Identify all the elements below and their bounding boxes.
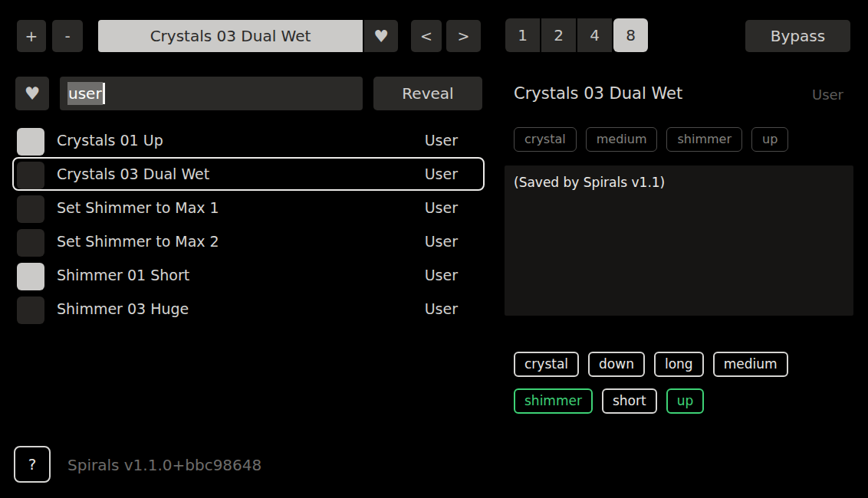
remove-preset-button[interactable]: -: [52, 20, 83, 52]
tag-filter-long[interactable]: long: [654, 352, 704, 377]
heart-icon: ♥: [373, 27, 389, 46]
preset-name: Shimmer 03 Huge: [57, 300, 189, 317]
tag-filter-up[interactable]: up: [666, 388, 705, 414]
detail-tag-list: crystal medium shimmer up: [514, 127, 788, 152]
preset-source: User: [425, 132, 458, 149]
preset-list: Crystals 01 Up User Crystals 03 Dual Wet…: [12, 123, 485, 326]
detail-tag[interactable]: up: [751, 127, 788, 152]
favorite-preset-button[interactable]: ♥: [364, 20, 398, 52]
list-item-selected[interactable]: Crystals 03 Dual Wet User: [12, 157, 485, 191]
search-input-selected-text: user: [67, 82, 103, 105]
tag-cloud: crystal down long medium shimmer short u…: [514, 352, 851, 414]
detail-tag[interactable]: shimmer: [666, 127, 742, 152]
tag-filter-shimmer[interactable]: shimmer: [514, 388, 593, 414]
list-item[interactable]: Shimmer 01 Short User: [12, 258, 485, 292]
grid-size-2-button[interactable]: 2: [541, 18, 576, 52]
current-preset-display[interactable]: Crystals 03 Dual Wet: [98, 20, 363, 52]
favorite-toggle[interactable]: [17, 162, 44, 189]
preset-name: Crystals 03 Dual Wet: [57, 165, 209, 182]
tag-filter-short[interactable]: short: [602, 388, 657, 414]
detail-preset-title: Crystals 03 Dual Wet: [514, 84, 682, 103]
text-cursor: [103, 83, 105, 104]
chevron-left-icon: <: [420, 28, 432, 44]
bypass-button[interactable]: Bypass: [745, 20, 850, 52]
detail-preset-source: User: [812, 87, 843, 103]
list-item[interactable]: Crystals 01 Up User: [12, 123, 485, 157]
tag-filter-crystal[interactable]: crystal: [514, 352, 579, 377]
version-label: Spirals v1.1.0+bbc98648: [67, 456, 261, 474]
favorite-toggle[interactable]: [17, 297, 44, 324]
preset-description-field[interactable]: (Saved by Spirals v1.1): [505, 165, 853, 316]
list-item[interactable]: Shimmer 03 Huge User: [12, 292, 485, 326]
list-item[interactable]: Set Shimmer to Max 1 User: [12, 191, 485, 224]
reveal-button[interactable]: Reveal: [373, 77, 482, 110]
preset-browser-window: + - Crystals 03 Dual Wet ♥ < > 1 2 4 8 B…: [0, 0, 868, 498]
favorite-toggle[interactable]: [17, 229, 44, 257]
preset-source: User: [425, 165, 458, 182]
detail-tag[interactable]: crystal: [514, 127, 577, 152]
tag-filter-medium[interactable]: medium: [713, 352, 788, 377]
favorite-toggle[interactable]: [17, 263, 44, 290]
detail-tag[interactable]: medium: [586, 127, 658, 152]
preset-source: User: [425, 199, 458, 216]
help-button[interactable]: ?: [14, 446, 51, 483]
tag-filter-down[interactable]: down: [588, 352, 645, 377]
heart-icon: ♥: [25, 84, 41, 103]
preset-name: Shimmer 01 Short: [57, 267, 189, 283]
grid-size-selector: 1 2 4 8: [505, 18, 648, 52]
favorite-toggle[interactable]: [17, 128, 44, 156]
favorite-toggle[interactable]: [17, 195, 44, 223]
grid-size-1-button[interactable]: 1: [505, 18, 540, 52]
chevron-right-icon: >: [458, 28, 470, 44]
preset-source: User: [425, 233, 458, 250]
search-input[interactable]: user: [60, 77, 363, 110]
preset-name: Set Shimmer to Max 1: [57, 199, 219, 216]
preset-name: Crystals 01 Up: [57, 132, 163, 149]
list-item[interactable]: Set Shimmer to Max 2 User: [12, 224, 485, 258]
favorites-filter-button[interactable]: ♥: [15, 77, 49, 110]
grid-size-4-button[interactable]: 4: [577, 18, 612, 52]
preset-source: User: [425, 300, 458, 317]
grid-size-8-button[interactable]: 8: [613, 18, 648, 52]
preset-name: Set Shimmer to Max 2: [57, 233, 219, 250]
previous-preset-button[interactable]: <: [411, 20, 442, 52]
add-preset-button[interactable]: +: [17, 20, 46, 52]
preset-source: User: [425, 267, 458, 283]
next-preset-button[interactable]: >: [446, 20, 481, 52]
